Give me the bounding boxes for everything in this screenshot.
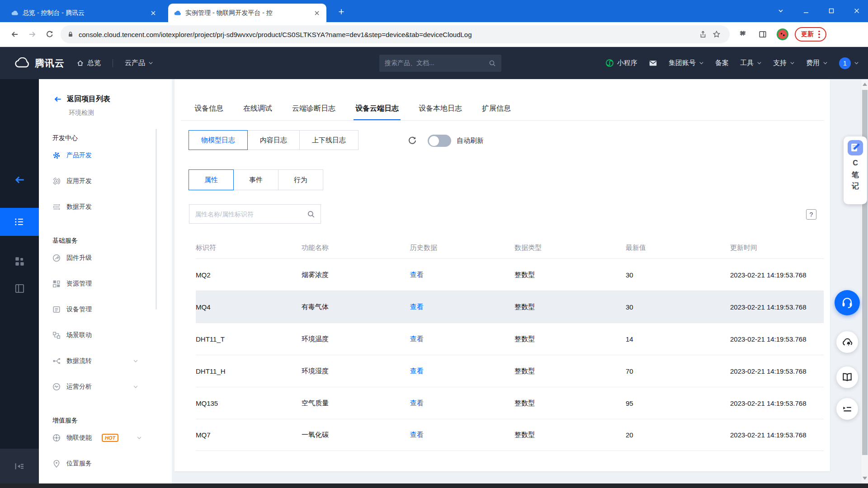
log-tab-thing-model[interactable]: 物模型日志 [189,130,248,150]
window-close-icon[interactable] [852,6,862,16]
nav-billing[interactable]: 费用 [806,59,828,67]
scroll-down-icon[interactable] [863,477,867,480]
filter-tab-action[interactable]: 行为 [278,169,323,190]
log-tab-content[interactable]: 内容日志 [247,130,300,150]
back-icon[interactable] [6,26,24,43]
sidebar-item-firmware-upgrade[interactable]: 固件升级 [39,245,172,271]
flow-branch-icon [52,357,61,365]
view-history-link[interactable]: 查看 [410,335,514,343]
brand-name[interactable]: 腾讯云 [35,57,65,70]
chevron-down-icon [133,358,138,364]
browser-tab-overview[interactable]: 总览 - 控制台 - 腾讯云 [5,4,163,22]
sidebar-item-iot-enable[interactable]: 物联使能 HOT [39,425,172,450]
rail-item-panel[interactable] [0,277,39,300]
nav-group-account[interactable]: 集团账号 [669,59,704,67]
nav-user-account[interactable]: 1 [839,57,859,69]
tab-device-cloud-log[interactable]: 设备云端日志 [355,104,399,121]
device-card-icon [52,305,61,314]
watermelon-extension-icon[interactable] [775,27,790,42]
sidebar-panel-icon[interactable] [755,27,770,42]
sidebar-item-location-service[interactable]: 位置服务 [39,450,172,476]
nav-messages[interactable] [649,59,657,67]
notes-widget[interactable]: C 笔 记 [844,136,867,204]
sidebar-item-resource-mgmt[interactable]: 资源管理 [39,271,172,296]
bookmark-star-icon[interactable] [710,28,723,41]
browser-update-menu-button[interactable]: 更新 [795,27,826,42]
sidebar-item-product-dev[interactable]: 产品开发 [39,142,172,168]
tab-online-debug[interactable]: 在线调试 [243,104,272,121]
sidebar-item-operation-analysis[interactable]: 运营分析 [39,374,172,399]
nav-overview[interactable]: 总览 [76,59,101,67]
console-search-box[interactable]: 搜索产品、文档... [379,55,501,72]
tab-device-local-log[interactable]: 设备本地日志 [419,104,462,121]
browser-tab-instance[interactable]: 实例管理 - 物联网开发平台 - 控 [168,4,326,22]
customer-service-button[interactable] [835,290,860,315]
iot-enable-icon [52,434,61,442]
chevron-down-icon [137,435,142,441]
filter-tab-event[interactable]: 事件 [233,169,278,190]
collapse-sidebar-icon[interactable] [14,461,25,472]
property-search-input[interactable] [195,211,307,218]
tab-device-info[interactable]: 设备信息 [194,104,223,121]
view-history-link[interactable]: 查看 [410,303,514,311]
sidebar-item-data-flow[interactable]: 数据流转 [39,348,172,374]
tab-search-chevron-icon[interactable] [776,6,786,16]
sidebar-scrollbar[interactable] [156,129,157,310]
view-history-link[interactable]: 查看 [410,271,514,279]
nav-miniprogram[interactable]: 小程序 [605,59,637,67]
hot-badge: HOT [102,434,118,442]
cloud-alert-button[interactable] [836,331,858,353]
view-history-link[interactable]: 查看 [410,367,514,375]
search-icon[interactable] [307,210,315,218]
chevron-down-icon [133,384,138,389]
new-tab-icon[interactable] [335,6,347,18]
docs-button[interactable] [836,366,858,388]
section-title-basic-services: 基础服务 [52,237,172,245]
indent-list-icon [841,403,853,415]
nav-cloud-products[interactable]: 云产品 [125,59,153,67]
refresh-icon[interactable] [407,135,418,146]
tencent-cloud-logo[interactable] [14,57,31,69]
taskbar-strip [0,483,868,488]
section-title-value-added: 增值服务 [52,417,172,425]
sidebar-item-data-dev[interactable]: 数据开发 [39,194,172,220]
chevron-down-icon [699,61,704,66]
view-history-link[interactable]: 查看 [410,431,514,439]
forward-icon[interactable] [24,26,41,43]
sidebar-item-device-mgmt[interactable]: 设备管理 [39,296,172,322]
window-maximize-icon[interactable] [826,6,836,16]
rail-item-menu-list[interactable] [0,208,39,236]
auto-refresh-toggle[interactable] [428,135,451,147]
close-tab-icon[interactable] [313,9,321,17]
menu-panel-button[interactable] [836,398,858,420]
rail-back-arrow-icon[interactable] [0,169,39,190]
nav-beian[interactable]: 备案 [715,59,729,67]
sidebar-item-scene-linkage[interactable]: 场景联动 [39,322,172,348]
close-tab-icon[interactable] [149,9,157,17]
sidebar-item-app-dev[interactable]: 应用开发 [39,168,172,194]
url-address-field[interactable]: console.cloud.tencent.com/iotexplorer/pr… [61,25,730,43]
notes-icon [848,140,863,155]
back-arrow-icon [53,95,62,103]
help-icon[interactable]: ? [806,209,816,220]
home-icon [76,59,84,67]
rail-bottom-section [0,449,39,483]
extensions-puzzle-icon[interactable] [735,27,750,42]
tab-cloud-diagnosis-log[interactable]: 云端诊断日志 [292,104,335,121]
rail-item-apps-grid[interactable] [0,250,39,272]
reload-icon[interactable] [41,26,58,43]
log-tab-online-offline[interactable]: 上下线日志 [299,130,359,150]
kebab-menu-icon [818,31,820,38]
share-icon[interactable] [696,28,710,41]
window-minimize-icon[interactable] [801,6,811,16]
tab-extended-info[interactable]: 扩展信息 [482,104,511,121]
filter-tab-property[interactable]: 属性 [189,169,234,190]
chevron-down-icon [790,61,795,66]
back-to-project-list[interactable]: 返回项目列表 [53,94,172,104]
nav-support[interactable]: 支持 [773,59,795,67]
scroll-up-icon[interactable] [863,83,867,86]
nav-tools[interactable]: 工具 [740,59,762,67]
search-icon[interactable] [489,60,496,67]
view-history-link[interactable]: 查看 [410,399,514,408]
avatar[interactable]: 1 [839,57,851,69]
